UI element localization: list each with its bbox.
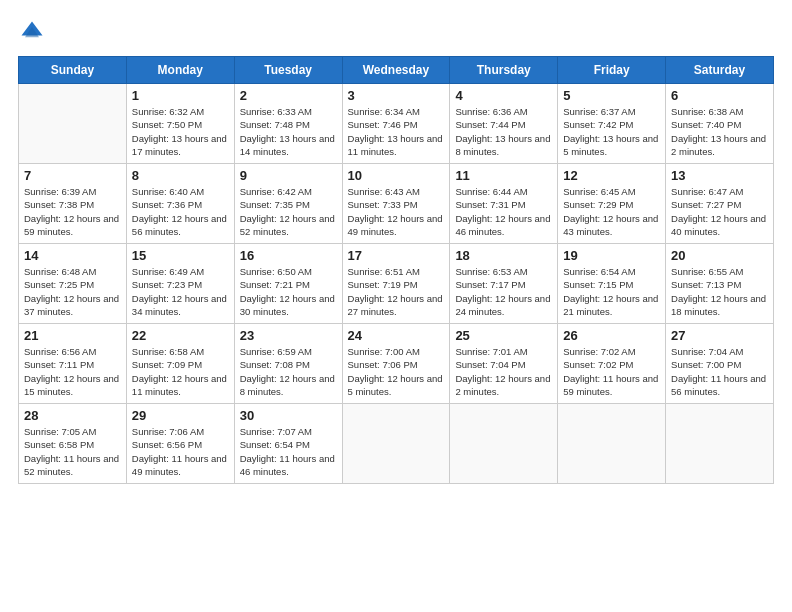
day-number: 9 bbox=[240, 168, 337, 183]
calendar-header-row: SundayMondayTuesdayWednesdayThursdayFrid… bbox=[19, 57, 774, 84]
day-header-tuesday: Tuesday bbox=[234, 57, 342, 84]
calendar-cell: 28Sunrise: 7:05 AMSunset: 6:58 PMDayligh… bbox=[19, 404, 127, 484]
day-detail: Sunrise: 7:00 AMSunset: 7:06 PMDaylight:… bbox=[348, 345, 445, 398]
calendar-table: SundayMondayTuesdayWednesdayThursdayFrid… bbox=[18, 56, 774, 484]
day-number: 20 bbox=[671, 248, 768, 263]
day-header-monday: Monday bbox=[126, 57, 234, 84]
calendar-cell bbox=[558, 404, 666, 484]
day-detail: Sunrise: 6:44 AMSunset: 7:31 PMDaylight:… bbox=[455, 185, 552, 238]
day-number: 12 bbox=[563, 168, 660, 183]
day-detail: Sunrise: 6:49 AMSunset: 7:23 PMDaylight:… bbox=[132, 265, 229, 318]
day-number: 27 bbox=[671, 328, 768, 343]
day-number: 3 bbox=[348, 88, 445, 103]
day-detail: Sunrise: 6:47 AMSunset: 7:27 PMDaylight:… bbox=[671, 185, 768, 238]
calendar-cell: 1Sunrise: 6:32 AMSunset: 7:50 PMDaylight… bbox=[126, 84, 234, 164]
day-detail: Sunrise: 6:37 AMSunset: 7:42 PMDaylight:… bbox=[563, 105, 660, 158]
week-row-4: 21Sunrise: 6:56 AMSunset: 7:11 PMDayligh… bbox=[19, 324, 774, 404]
calendar-cell: 11Sunrise: 6:44 AMSunset: 7:31 PMDayligh… bbox=[450, 164, 558, 244]
logo-icon bbox=[18, 18, 46, 46]
calendar-cell: 17Sunrise: 6:51 AMSunset: 7:19 PMDayligh… bbox=[342, 244, 450, 324]
day-detail: Sunrise: 7:05 AMSunset: 6:58 PMDaylight:… bbox=[24, 425, 121, 478]
week-row-2: 7Sunrise: 6:39 AMSunset: 7:38 PMDaylight… bbox=[19, 164, 774, 244]
day-number: 8 bbox=[132, 168, 229, 183]
day-detail: Sunrise: 6:48 AMSunset: 7:25 PMDaylight:… bbox=[24, 265, 121, 318]
day-detail: Sunrise: 6:56 AMSunset: 7:11 PMDaylight:… bbox=[24, 345, 121, 398]
calendar-cell bbox=[342, 404, 450, 484]
calendar-cell: 16Sunrise: 6:50 AMSunset: 7:21 PMDayligh… bbox=[234, 244, 342, 324]
day-number: 30 bbox=[240, 408, 337, 423]
day-detail: Sunrise: 6:38 AMSunset: 7:40 PMDaylight:… bbox=[671, 105, 768, 158]
calendar-cell bbox=[450, 404, 558, 484]
day-detail: Sunrise: 6:59 AMSunset: 7:08 PMDaylight:… bbox=[240, 345, 337, 398]
day-detail: Sunrise: 6:33 AMSunset: 7:48 PMDaylight:… bbox=[240, 105, 337, 158]
day-number: 23 bbox=[240, 328, 337, 343]
day-number: 26 bbox=[563, 328, 660, 343]
week-row-3: 14Sunrise: 6:48 AMSunset: 7:25 PMDayligh… bbox=[19, 244, 774, 324]
calendar-cell: 9Sunrise: 6:42 AMSunset: 7:35 PMDaylight… bbox=[234, 164, 342, 244]
calendar-cell: 26Sunrise: 7:02 AMSunset: 7:02 PMDayligh… bbox=[558, 324, 666, 404]
day-number: 18 bbox=[455, 248, 552, 263]
day-detail: Sunrise: 6:58 AMSunset: 7:09 PMDaylight:… bbox=[132, 345, 229, 398]
day-number: 1 bbox=[132, 88, 229, 103]
day-detail: Sunrise: 7:02 AMSunset: 7:02 PMDaylight:… bbox=[563, 345, 660, 398]
calendar-cell: 29Sunrise: 7:06 AMSunset: 6:56 PMDayligh… bbox=[126, 404, 234, 484]
day-number: 10 bbox=[348, 168, 445, 183]
day-number: 5 bbox=[563, 88, 660, 103]
day-detail: Sunrise: 6:54 AMSunset: 7:15 PMDaylight:… bbox=[563, 265, 660, 318]
day-detail: Sunrise: 6:32 AMSunset: 7:50 PMDaylight:… bbox=[132, 105, 229, 158]
day-number: 16 bbox=[240, 248, 337, 263]
day-detail: Sunrise: 6:45 AMSunset: 7:29 PMDaylight:… bbox=[563, 185, 660, 238]
calendar-cell: 15Sunrise: 6:49 AMSunset: 7:23 PMDayligh… bbox=[126, 244, 234, 324]
day-detail: Sunrise: 6:42 AMSunset: 7:35 PMDaylight:… bbox=[240, 185, 337, 238]
calendar-cell: 24Sunrise: 7:00 AMSunset: 7:06 PMDayligh… bbox=[342, 324, 450, 404]
calendar-cell: 6Sunrise: 6:38 AMSunset: 7:40 PMDaylight… bbox=[666, 84, 774, 164]
day-number: 7 bbox=[24, 168, 121, 183]
calendar-cell: 10Sunrise: 6:43 AMSunset: 7:33 PMDayligh… bbox=[342, 164, 450, 244]
day-detail: Sunrise: 6:50 AMSunset: 7:21 PMDaylight:… bbox=[240, 265, 337, 318]
calendar-cell bbox=[666, 404, 774, 484]
day-detail: Sunrise: 6:51 AMSunset: 7:19 PMDaylight:… bbox=[348, 265, 445, 318]
calendar-cell: 4Sunrise: 6:36 AMSunset: 7:44 PMDaylight… bbox=[450, 84, 558, 164]
day-header-saturday: Saturday bbox=[666, 57, 774, 84]
day-detail: Sunrise: 6:43 AMSunset: 7:33 PMDaylight:… bbox=[348, 185, 445, 238]
calendar-cell: 25Sunrise: 7:01 AMSunset: 7:04 PMDayligh… bbox=[450, 324, 558, 404]
day-detail: Sunrise: 7:04 AMSunset: 7:00 PMDaylight:… bbox=[671, 345, 768, 398]
calendar-cell: 22Sunrise: 6:58 AMSunset: 7:09 PMDayligh… bbox=[126, 324, 234, 404]
day-detail: Sunrise: 7:06 AMSunset: 6:56 PMDaylight:… bbox=[132, 425, 229, 478]
day-number: 21 bbox=[24, 328, 121, 343]
day-number: 11 bbox=[455, 168, 552, 183]
day-number: 29 bbox=[132, 408, 229, 423]
week-row-5: 28Sunrise: 7:05 AMSunset: 6:58 PMDayligh… bbox=[19, 404, 774, 484]
calendar-cell: 14Sunrise: 6:48 AMSunset: 7:25 PMDayligh… bbox=[19, 244, 127, 324]
day-number: 4 bbox=[455, 88, 552, 103]
calendar-cell: 13Sunrise: 6:47 AMSunset: 7:27 PMDayligh… bbox=[666, 164, 774, 244]
calendar-cell: 2Sunrise: 6:33 AMSunset: 7:48 PMDaylight… bbox=[234, 84, 342, 164]
day-number: 14 bbox=[24, 248, 121, 263]
day-number: 19 bbox=[563, 248, 660, 263]
day-number: 24 bbox=[348, 328, 445, 343]
week-row-1: 1Sunrise: 6:32 AMSunset: 7:50 PMDaylight… bbox=[19, 84, 774, 164]
calendar-cell: 19Sunrise: 6:54 AMSunset: 7:15 PMDayligh… bbox=[558, 244, 666, 324]
day-detail: Sunrise: 6:40 AMSunset: 7:36 PMDaylight:… bbox=[132, 185, 229, 238]
day-number: 15 bbox=[132, 248, 229, 263]
day-header-thursday: Thursday bbox=[450, 57, 558, 84]
day-number: 6 bbox=[671, 88, 768, 103]
calendar-cell: 23Sunrise: 6:59 AMSunset: 7:08 PMDayligh… bbox=[234, 324, 342, 404]
calendar-cell: 27Sunrise: 7:04 AMSunset: 7:00 PMDayligh… bbox=[666, 324, 774, 404]
header bbox=[18, 18, 774, 46]
day-detail: Sunrise: 6:53 AMSunset: 7:17 PMDaylight:… bbox=[455, 265, 552, 318]
day-header-friday: Friday bbox=[558, 57, 666, 84]
day-detail: Sunrise: 6:36 AMSunset: 7:44 PMDaylight:… bbox=[455, 105, 552, 158]
day-detail: Sunrise: 6:39 AMSunset: 7:38 PMDaylight:… bbox=[24, 185, 121, 238]
logo bbox=[18, 18, 50, 46]
day-number: 28 bbox=[24, 408, 121, 423]
day-detail: Sunrise: 6:34 AMSunset: 7:46 PMDaylight:… bbox=[348, 105, 445, 158]
day-header-sunday: Sunday bbox=[19, 57, 127, 84]
day-detail: Sunrise: 6:55 AMSunset: 7:13 PMDaylight:… bbox=[671, 265, 768, 318]
day-number: 25 bbox=[455, 328, 552, 343]
day-number: 13 bbox=[671, 168, 768, 183]
calendar-cell bbox=[19, 84, 127, 164]
calendar-cell: 30Sunrise: 7:07 AMSunset: 6:54 PMDayligh… bbox=[234, 404, 342, 484]
day-number: 17 bbox=[348, 248, 445, 263]
calendar-cell: 7Sunrise: 6:39 AMSunset: 7:38 PMDaylight… bbox=[19, 164, 127, 244]
